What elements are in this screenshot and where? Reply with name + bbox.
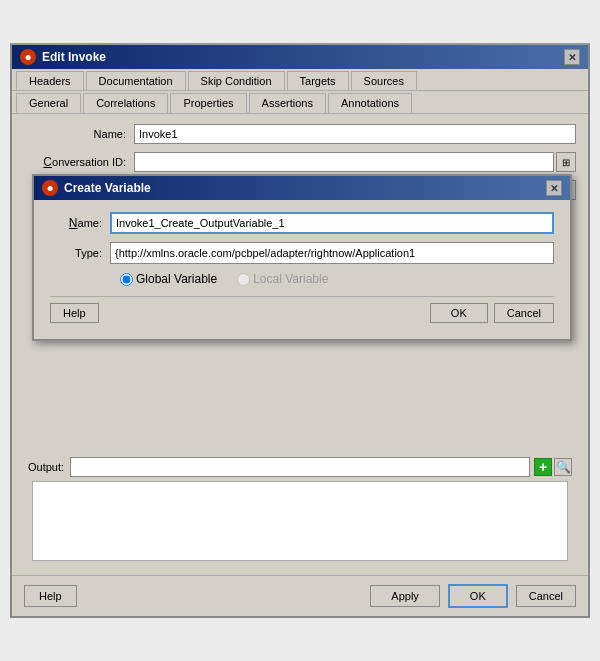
name-field-row: Name: xyxy=(24,124,576,144)
tab-properties[interactable]: Properties xyxy=(170,93,246,113)
tab-documentation[interactable]: Documentation xyxy=(86,71,186,90)
sub-name-row: Name: xyxy=(50,212,554,234)
sub-ok-button[interactable]: OK xyxy=(430,303,488,323)
add-output-button[interactable]: + xyxy=(534,458,552,476)
local-var-radio-label[interactable]: Local Variable xyxy=(237,272,328,286)
conv-id-icon: ⊞ xyxy=(562,157,570,168)
output-input[interactable] xyxy=(70,457,530,477)
conv-id-input[interactable] xyxy=(134,152,554,172)
search-icon: 🔍 xyxy=(556,460,571,474)
tab-general[interactable]: General xyxy=(16,93,81,113)
name-input[interactable] xyxy=(134,124,576,144)
sub-content: Name: Type: Global Variable xyxy=(34,200,570,339)
radio-row: Global Variable Local Variable xyxy=(120,272,554,286)
sub-close-button[interactable]: ✕ xyxy=(546,180,562,196)
conv-id-button[interactable]: ⊞ xyxy=(556,152,576,172)
conv-id-field-row: Conversation ID: ⊞ xyxy=(24,152,576,172)
main-dialog-title: Edit Invoke xyxy=(42,50,106,64)
output-row: Output: + 🔍 xyxy=(24,457,576,477)
tab-headers[interactable]: Headers xyxy=(16,71,84,90)
output-label: Output: xyxy=(28,461,64,473)
tab-correlations[interactable]: Correlations xyxy=(83,93,168,113)
conv-id-label: Conversation ID: xyxy=(24,155,134,169)
main-dialog: ● Edit Invoke ✕ Headers Documentation Sk… xyxy=(10,43,590,618)
tab-annotations[interactable]: Annotations xyxy=(328,93,412,113)
help-button[interactable]: Help xyxy=(24,585,77,607)
oracle-icon: ● xyxy=(20,49,36,65)
sub-dialog-title: Create Variable xyxy=(64,181,151,195)
tab-sources[interactable]: Sources xyxy=(351,71,417,90)
tab-row-1: Headers Documentation Skip Condition Tar… xyxy=(12,69,588,91)
ok-button[interactable]: OK xyxy=(448,584,508,608)
sub-cancel-button[interactable]: Cancel xyxy=(494,303,554,323)
tab-row-2: General Correlations Properties Assertio… xyxy=(12,91,588,114)
tab-targets[interactable]: Targets xyxy=(287,71,349,90)
bottom-bar: Help Apply OK Cancel xyxy=(12,575,588,616)
name-label: Name: xyxy=(24,128,134,140)
main-close-button[interactable]: ✕ xyxy=(564,49,580,65)
tab-skip-condition[interactable]: Skip Condition xyxy=(188,71,285,90)
sub-oracle-icon: ● xyxy=(42,180,58,196)
create-variable-dialog: ● Create Variable ✕ Name: Type: xyxy=(32,174,572,341)
sub-type-input[interactable] xyxy=(110,242,554,264)
sub-name-label: Name: xyxy=(50,216,110,230)
cancel-button[interactable]: Cancel xyxy=(516,585,576,607)
sub-title-bar: ● Create Variable ✕ xyxy=(34,176,570,200)
sub-name-input[interactable] xyxy=(110,212,554,234)
sub-button-row: Help OK Cancel xyxy=(50,296,554,327)
local-var-radio[interactable] xyxy=(237,273,250,286)
output-section: Output: + 🔍 xyxy=(24,457,576,561)
main-content: Name: Conversation ID: ⊞ Detail Label: I… xyxy=(12,114,588,575)
search-output-button[interactable]: 🔍 xyxy=(554,458,572,476)
global-var-label: Global Variable xyxy=(136,272,217,286)
apply-button[interactable]: Apply xyxy=(370,585,440,607)
tab-assertions[interactable]: Assertions xyxy=(249,93,326,113)
sub-dialog-overlay: ● Create Variable ✕ Name: Type: xyxy=(32,174,588,341)
sub-type-label: Type: xyxy=(50,247,110,259)
sub-type-row: Type: xyxy=(50,242,554,264)
main-title-bar: ● Edit Invoke ✕ xyxy=(12,45,588,69)
output-text-area xyxy=(32,481,568,561)
global-var-radio-label[interactable]: Global Variable xyxy=(120,272,217,286)
sub-help-button[interactable]: Help xyxy=(50,303,99,323)
local-var-label: Local Variable xyxy=(253,272,328,286)
global-var-radio[interactable] xyxy=(120,273,133,286)
